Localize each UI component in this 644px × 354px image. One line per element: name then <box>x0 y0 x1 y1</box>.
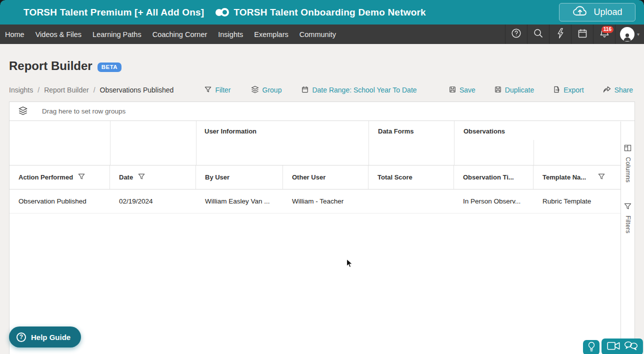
filter-funnel-icon <box>204 86 212 94</box>
cell-date: 02/19/2024 <box>110 198 196 205</box>
column-header-action-performed[interactable]: Action Performed <box>10 166 110 189</box>
account-menu-button[interactable]: ▾ <box>615 24 644 44</box>
help-guide-button[interactable]: ? Help Guide <box>9 326 81 348</box>
notifications-button[interactable]: 116 <box>593 24 615 44</box>
group-header-data-forms[interactable]: Data Forms <box>378 128 414 135</box>
column-header-observation-type[interactable]: Observation Ti... <box>454 166 534 189</box>
column-divider <box>534 140 534 165</box>
window-corner <box>639 0 644 5</box>
nav-home[interactable]: Home <box>5 30 30 38</box>
share-label: Share <box>614 86 633 94</box>
filter-funnel-icon[interactable] <box>78 173 85 182</box>
cell-by-user: William Easley Van ... <box>196 198 283 205</box>
beta-badge: BETA <box>98 62 122 72</box>
duplicate-icon <box>494 86 502 94</box>
column-header-date[interactable]: Date <box>110 166 196 189</box>
grid-side-bar: Columns Filters <box>620 122 634 340</box>
column-header-other-user[interactable]: Other User <box>283 166 368 189</box>
window-corner <box>0 0 5 5</box>
network-title: TORSH Talent Onboarding Demo Network <box>234 7 426 18</box>
search-button[interactable] <box>527 24 549 44</box>
tab-filters-label: Filters <box>624 216 632 234</box>
nav-videos-files[interactable]: Videos & Files <box>30 30 87 38</box>
group-button[interactable]: Group <box>251 86 282 95</box>
export-icon <box>553 86 560 94</box>
filter-funnel-icon[interactable] <box>138 173 145 182</box>
cloud-upload-icon <box>572 6 588 20</box>
column-header-template-name[interactable]: Template Na... <box>534 166 620 189</box>
cell-observation-type: In Person Observ... <box>454 198 534 205</box>
column-header-total-score[interactable]: Total Score <box>368 166 454 189</box>
filter-button[interactable]: Filter <box>204 86 230 94</box>
calendar-icon <box>578 28 588 40</box>
torsh-logo-icon <box>216 8 230 18</box>
page-header: Report Builder BETA <box>0 44 644 73</box>
search-icon <box>533 28 544 40</box>
page-title: Report Builder <box>9 59 92 73</box>
app-window: TORSH Talent Premium [+ All Add Ons] TOR… <box>0 0 644 95</box>
export-button[interactable]: Export <box>553 86 584 94</box>
breadcrumb-report-builder[interactable]: Report Builder <box>44 86 89 94</box>
columns-icon <box>624 144 632 154</box>
report-toolbar-right: Save Duplicate Export Share <box>449 86 633 94</box>
table-row[interactable]: Observation Published 02/19/2024 William… <box>10 190 620 214</box>
save-button[interactable]: Save <box>449 86 476 94</box>
column-divider <box>110 121 110 165</box>
save-label: Save <box>460 86 476 94</box>
cell-action-performed: Observation Published <box>10 198 110 205</box>
layers-icon <box>251 86 259 95</box>
nav-coaching-corner[interactable]: Coaching Corner <box>147 30 213 38</box>
ideas-widget-button[interactable] <box>583 340 600 354</box>
tab-columns-label: Columns <box>624 157 632 182</box>
calendar-button[interactable] <box>571 24 593 44</box>
question-circle-icon: ? <box>16 332 26 342</box>
nav-insights[interactable]: Insights <box>212 30 248 38</box>
top-header-bar: TORSH Talent Premium [+ All Add Ons] TOR… <box>0 0 644 24</box>
date-range-label: Date Range: School Year To Date <box>312 86 416 94</box>
filter-funnel-icon[interactable] <box>598 173 605 182</box>
tab-columns[interactable]: Columns <box>624 144 632 182</box>
quick-actions-button[interactable] <box>549 24 571 44</box>
breadcrumb-separator: / <box>38 86 40 94</box>
lightning-icon <box>557 28 564 40</box>
help-circle-icon <box>511 28 522 40</box>
column-divider <box>196 121 196 165</box>
column-header-row: Action Performed Date By User Other User… <box>10 166 620 190</box>
nav-learning-paths[interactable]: Learning Paths <box>87 30 147 38</box>
breadcrumb-insights[interactable]: Insights <box>9 86 33 94</box>
main-nav: Home Videos & Files Learning Paths Coach… <box>0 24 644 44</box>
column-group-header-row: User Information Data Forms Observations <box>10 121 620 166</box>
filter-label: Filter <box>215 86 230 94</box>
duplicate-button[interactable]: Duplicate <box>494 86 534 94</box>
cell-other-user: William - Teacher <box>283 198 368 205</box>
group-label: Group <box>262 86 282 94</box>
avatar <box>620 27 634 42</box>
save-icon <box>449 86 456 94</box>
tab-filters[interactable]: Filters <box>624 202 632 234</box>
video-chat-widget-button[interactable] <box>602 338 643 354</box>
breadcrumb-toolbar-row: Insights / Report Builder / Observations… <box>9 85 635 95</box>
calendar-icon <box>302 86 308 94</box>
breadcrumb-separator: / <box>94 86 96 94</box>
share-button[interactable]: Share <box>603 86 633 94</box>
upload-label: Upload <box>594 7 622 18</box>
column-header-by-user[interactable]: By User <box>196 166 283 189</box>
cell-template-name: Rubric Template <box>534 198 620 205</box>
chat-bubbles-icon <box>624 341 638 352</box>
upload-button[interactable]: Upload <box>559 3 636 22</box>
nav-exemplars[interactable]: Exemplars <box>248 30 294 38</box>
help-button[interactable] <box>505 24 527 44</box>
group-header-user-information[interactable]: User Information <box>204 128 256 135</box>
group-header-observations[interactable]: Observations <box>464 128 505 135</box>
export-label: Export <box>564 86 584 94</box>
row-group-drop-zone[interactable]: Drag here to set row groups <box>10 102 634 121</box>
column-label: Other User <box>292 174 326 181</box>
date-range-button[interactable]: Date Range: School Year To Date <box>302 86 416 94</box>
breadcrumb: Insights / Report Builder / Observations… <box>9 86 174 94</box>
layers-icon <box>18 106 42 117</box>
report-grid: Drag here to set row groups User Informa… <box>9 102 635 354</box>
nav-community[interactable]: Community <box>294 30 342 38</box>
help-guide-label: Help Guide <box>31 333 70 342</box>
column-label: Date <box>119 174 133 181</box>
video-camera-icon <box>607 342 620 352</box>
